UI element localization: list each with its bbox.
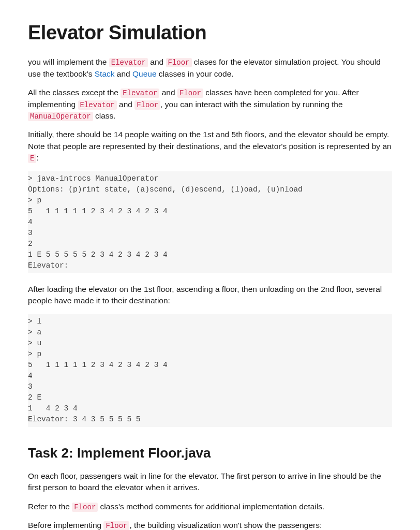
text: Initially, there should be 14 people wai… [28, 130, 392, 150]
code-floor: Floor [72, 503, 98, 512]
text: class's method comments for additional i… [98, 502, 324, 511]
code-elevator: Elevator [121, 89, 159, 98]
code-floor: Floor [103, 521, 129, 530]
code-manualoperator: ManualOperator [28, 112, 93, 121]
text: and [117, 100, 134, 109]
text: and [159, 88, 177, 97]
text: classes in your code. [157, 69, 234, 78]
task-2-paragraph-2: Refer to the Floor class's method commen… [28, 501, 392, 512]
code-elevator: Elevator [109, 58, 148, 67]
task-2-heading: Task 2: Implement Floor.java [28, 444, 392, 463]
link-queue[interactable]: Queue [132, 69, 157, 78]
text: All the classes except the [28, 88, 121, 97]
code-block-initial-state: > java-introcs ManualOperator Options: (… [28, 171, 392, 273]
text: and [148, 57, 166, 66]
text: and [115, 69, 132, 78]
intro-paragraph-1: you will implement the Elevator and Floo… [28, 56, 392, 80]
intro-paragraph-2: All the classes except the Elevator and … [28, 87, 392, 122]
paragraph-after-first-code: After loading the elevator on the 1st fl… [28, 284, 392, 307]
code-elevator: Elevator [78, 100, 117, 110]
page-title: Elevator Simulation [28, 19, 392, 47]
code-floor: Floor [166, 58, 192, 67]
text: Refer to the [28, 502, 72, 511]
task-2-paragraph-1: On each floor, passengers wait in line f… [28, 470, 392, 494]
text: , you can interact with the simulation b… [160, 100, 342, 109]
text: , the building visualization won't show … [129, 521, 322, 529]
intro-paragraph-3: Initially, there should be 14 people wai… [28, 129, 392, 164]
text: Before implementing [28, 521, 103, 529]
code-block-after-load: > l > a > u > p 5 1 1 1 1 1 2 3 4 2 3 4 … [28, 314, 392, 427]
code-floor: Floor [177, 89, 203, 98]
task-2-paragraph-3: Before implementing Floor, the building … [28, 520, 392, 530]
text: class. [93, 111, 116, 120]
code-e: E [28, 154, 36, 163]
link-stack[interactable]: Stack [95, 69, 115, 78]
text: you will implement the [28, 57, 109, 66]
text: : [36, 153, 38, 162]
code-floor: Floor [134, 100, 160, 110]
